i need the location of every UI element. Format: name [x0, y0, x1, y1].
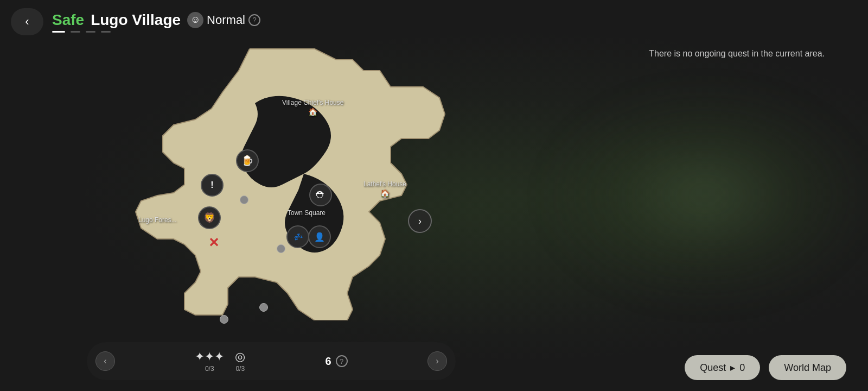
stars-count: 0/3: [205, 365, 214, 373]
toolbar-icons: ✦✦✦ 0/3 ◎ 0/3: [195, 350, 245, 373]
title-row: Safe Lugo Village ☺ Normal ?: [52, 11, 260, 29]
town-square-label: Town Square: [288, 209, 326, 217]
toolbar-target-item: ◎ 0/3: [235, 350, 245, 373]
lion-icon[interactable]: 🦁: [198, 206, 221, 229]
progress-dots: [52, 31, 260, 33]
npc-dot-3: [259, 303, 268, 312]
bottom-right-buttons: Quest ▸ 0 World Map: [685, 355, 846, 380]
map-container: 🍺 ! 🦁 ⛑ 💤 👤 Village Chief's House 🏠 Lath…: [87, 43, 456, 320]
back-arrow-icon: ‹: [25, 15, 29, 29]
blocked-marker: ✕: [203, 232, 224, 253]
sleep-icon[interactable]: 💤: [286, 225, 309, 248]
title-area: Safe Lugo Village ☺ Normal ?: [52, 11, 260, 33]
toolbar-prev-button[interactable]: ‹: [95, 351, 115, 371]
progress-dot-4: [101, 31, 111, 33]
quest-button-label: Quest: [700, 362, 726, 374]
map-nav-arrow-right[interactable]: ›: [408, 209, 432, 233]
progress-dot-1: [52, 31, 65, 33]
tavern-circle[interactable]: 🍺: [236, 149, 259, 172]
person-icon: 👤: [308, 225, 331, 248]
tavern-icon[interactable]: 🍺: [236, 149, 259, 172]
progress-dot-2: [71, 31, 80, 33]
village-chief-label: Village Chief's House 🏠: [282, 99, 343, 116]
toolbar-center: 6 ?: [326, 355, 348, 368]
difficulty-badge: ☺ Normal ?: [187, 12, 260, 28]
bottom-toolbar: ‹ ✦✦✦ 0/3 ◎ 0/3 6 ? ›: [87, 342, 456, 380]
village-chief-building-icon: 🏠: [308, 108, 317, 116]
sleep-circle[interactable]: 💤: [286, 225, 309, 248]
world-map-button[interactable]: World Map: [769, 355, 846, 380]
difficulty-icon: ☺: [187, 12, 203, 28]
points-count: 6: [326, 355, 331, 368]
header: ‹ Safe Lugo Village ☺ Normal ?: [0, 0, 868, 43]
quest-count: 0: [739, 362, 745, 374]
npc-dot-2: [240, 195, 248, 204]
village-chief-label-text: Village Chief's House: [282, 99, 343, 106]
difficulty-help-icon[interactable]: ?: [248, 14, 260, 26]
target-count: 0/3: [235, 365, 245, 373]
points-help-icon[interactable]: ?: [336, 355, 348, 367]
lathels-house-label-text: Lathel's House: [363, 180, 406, 188]
toolbar-next-button[interactable]: ›: [427, 351, 447, 371]
lugo-forest-label: Lugo Fores...: [138, 216, 177, 224]
npc-dot-1: [277, 244, 285, 253]
person-circle: 👤: [308, 225, 331, 248]
npc-dot-4: [220, 315, 228, 324]
target-icon: ◎: [235, 350, 245, 364]
map-background-glow: [542, 87, 868, 304]
progress-dot-3: [86, 31, 95, 33]
back-button[interactable]: ‹: [11, 8, 43, 35]
quest-button[interactable]: Quest ▸ 0: [685, 355, 760, 380]
stars-icon: ✦✦✦: [195, 350, 224, 364]
helmet-icon[interactable]: ⛑: [309, 184, 332, 206]
quest-arrow-icon: ▸: [730, 362, 735, 374]
lathels-building-icon: 🏠: [380, 189, 390, 198]
location-label: Lugo Village: [91, 11, 181, 29]
lathels-house-label: Lathel's House 🏠: [363, 180, 406, 198]
quest-info-text: There is no ongoing quest in the current…: [649, 49, 825, 59]
quest-marker-circle[interactable]: !: [201, 174, 224, 197]
helmet-circle[interactable]: ⛑: [309, 184, 332, 206]
safe-label: Safe: [52, 11, 84, 29]
toolbar-stars-item: ✦✦✦ 0/3: [195, 350, 224, 373]
world-map-label: World Map: [784, 362, 831, 374]
lion-circle[interactable]: 🦁: [198, 206, 221, 229]
difficulty-text: Normal: [207, 13, 245, 27]
quest-marker-icon[interactable]: !: [201, 174, 224, 197]
